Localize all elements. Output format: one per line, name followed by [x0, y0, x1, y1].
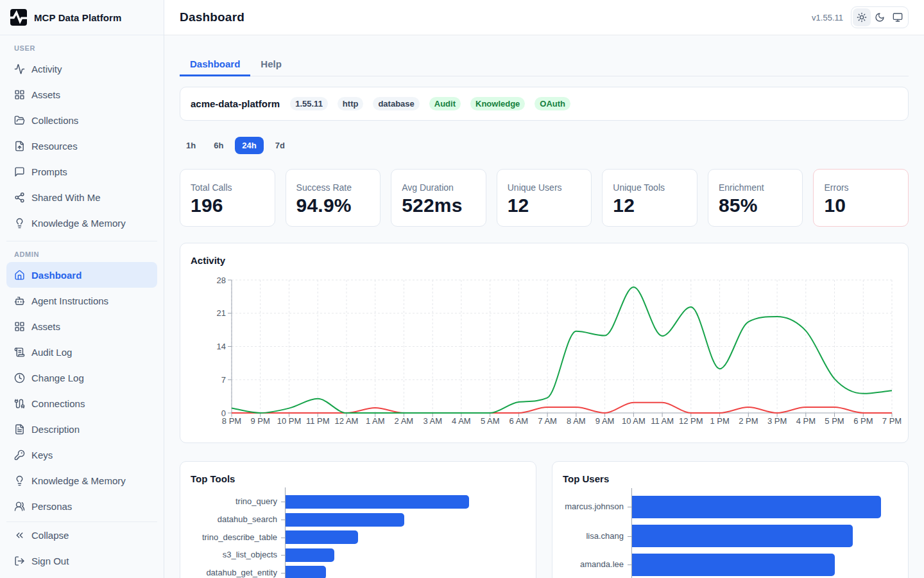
- svg-text:3 PM: 3 PM: [767, 416, 787, 426]
- svg-text:1 AM: 1 AM: [366, 416, 385, 426]
- svg-text:6 AM: 6 AM: [509, 416, 529, 426]
- svg-text:4 PM: 4 PM: [796, 416, 816, 426]
- svg-text:6 PM: 6 PM: [853, 416, 873, 426]
- svg-text:3 AM: 3 AM: [423, 416, 442, 426]
- svg-text:12 PM: 12 PM: [679, 416, 703, 426]
- svg-text:11 PM: 11 PM: [306, 416, 330, 426]
- svg-text:1 PM: 1 PM: [710, 416, 729, 426]
- svg-text:7 AM: 7 AM: [538, 416, 557, 426]
- svg-text:5 AM: 5 AM: [481, 416, 500, 426]
- svg-text:4 AM: 4 AM: [452, 416, 471, 426]
- svg-text:12 AM: 12 AM: [335, 416, 359, 426]
- svg-text:10 PM: 10 PM: [277, 416, 302, 426]
- svg-text:9 PM: 9 PM: [251, 416, 270, 426]
- svg-text:21: 21: [217, 308, 226, 318]
- svg-text:8 AM: 8 AM: [567, 416, 586, 426]
- svg-text:5 PM: 5 PM: [825, 416, 844, 426]
- svg-text:2 PM: 2 PM: [739, 416, 758, 426]
- svg-text:7 PM: 7 PM: [882, 416, 902, 426]
- svg-text:28: 28: [217, 276, 226, 285]
- svg-text:7: 7: [221, 375, 226, 385]
- svg-text:11 AM: 11 AM: [651, 416, 674, 426]
- svg-text:9 AM: 9 AM: [595, 416, 615, 426]
- svg-text:8 PM: 8 PM: [222, 416, 241, 426]
- svg-text:10 AM: 10 AM: [622, 416, 646, 426]
- svg-text:2 AM: 2 AM: [395, 416, 414, 426]
- svg-text:14: 14: [217, 342, 226, 351]
